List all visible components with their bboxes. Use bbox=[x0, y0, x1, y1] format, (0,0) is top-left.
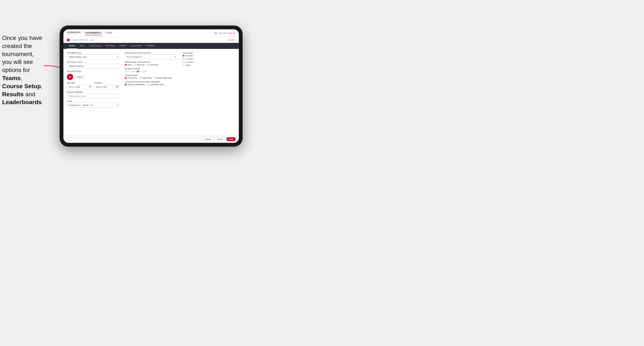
tab-details[interactable]: Details bbox=[67, 43, 78, 49]
gender-mens[interactable]: Mens bbox=[125, 64, 132, 66]
end-date-input[interactable] bbox=[94, 85, 120, 89]
division-select[interactable]: NCAA Division III bbox=[125, 55, 178, 59]
venue-label: Venue bbox=[67, 100, 120, 102]
tournament-title: Clippd Invitational (Men) bbox=[71, 39, 94, 41]
start-label: Start date bbox=[67, 82, 92, 84]
rounds-label: Number of rounds bbox=[125, 68, 178, 70]
start-date-input[interactable] bbox=[67, 85, 92, 89]
rounds-4[interactable]: 4 bbox=[142, 70, 146, 72]
format-field-group: Format type 5 count 4 6 count 4 6 count … bbox=[182, 52, 236, 66]
gender-radio-group: Mens Womens Combined bbox=[125, 64, 178, 66]
start-calendar-icon: 📅 bbox=[89, 86, 91, 88]
annotation-bold2: Course Setup bbox=[2, 83, 41, 89]
individuals-only[interactable]: Individuals Only bbox=[147, 84, 164, 86]
gender-combined[interactable]: Combined bbox=[147, 64, 158, 66]
annotation-bold1: Teams bbox=[2, 75, 21, 81]
upload-button[interactable]: Upload bbox=[75, 75, 85, 79]
logo-sub: Powered by clippd bbox=[67, 33, 81, 35]
form-grid: Tournament Host Clippd College - Men Tou… bbox=[67, 52, 236, 108]
start-date-wrapper: 📅 bbox=[67, 85, 92, 89]
save-button[interactable]: Save bbox=[227, 137, 236, 141]
tab-results[interactable]: Results bbox=[118, 43, 128, 49]
name-input[interactable] bbox=[67, 64, 120, 68]
format-5count4[interactable]: 5 count 4 bbox=[182, 55, 236, 57]
nav-links: TOURNAMENTS TEAMS bbox=[85, 31, 214, 35]
annotation-bold4: Leaderboards bbox=[2, 99, 42, 105]
logo-upload-area: C Upload bbox=[67, 74, 120, 80]
tab-tee-groups[interactable]: Tee Groups bbox=[103, 43, 118, 49]
start-date-group: Start date 📅 bbox=[67, 82, 92, 89]
left-section: Tournament Host Clippd College - Men Tou… bbox=[67, 52, 120, 108]
end-date-group: End date 📅 bbox=[94, 82, 120, 89]
tab-teams[interactable]: Teams bbox=[78, 43, 88, 49]
teams-plus-individuals[interactable]: Teams (+Individuals) bbox=[125, 84, 145, 86]
signout-link[interactable]: Sign out bbox=[228, 32, 236, 34]
format-options: 5 count 4 6 count 4 6 count 5 Other bbox=[182, 55, 236, 66]
logo-label: Tournament logo bbox=[67, 70, 120, 72]
venue-select[interactable]: Peachtree GC - Atlanta - GA bbox=[67, 103, 120, 108]
end-calendar-icon: 📅 bbox=[116, 86, 118, 88]
host-label: Tournament Host bbox=[67, 52, 120, 54]
annotation-bold3: Results bbox=[2, 91, 24, 98]
host-field-group: Tournament Host Clippd College - Men bbox=[67, 52, 120, 59]
team-individual-field-group: Is this event for Teams and/or Individua… bbox=[125, 81, 178, 86]
tab-bar: Details Teams Course Setup Tee Groups Re… bbox=[64, 43, 239, 49]
tab-course-setup[interactable]: Course Setup bbox=[87, 43, 103, 49]
scoring-label: Scoring system bbox=[125, 74, 178, 76]
format-label: Format type bbox=[182, 52, 236, 54]
annotation-block: Once you have created the tournament, yo… bbox=[0, 34, 49, 106]
annotation-line4: you will see bbox=[2, 59, 33, 65]
main-content: Tournament Host Clippd College - Men Tou… bbox=[64, 49, 239, 135]
rounds-field-group: Number of rounds 1 2 3 bbox=[125, 68, 178, 72]
tab-leaderboards[interactable]: Leaderboards bbox=[128, 43, 144, 49]
venue-field-group: Venue Peachtree GC - Atlanta - GA bbox=[67, 100, 120, 108]
annotation-line2: created the bbox=[2, 43, 32, 49]
gender-womens[interactable]: Womens bbox=[134, 64, 144, 66]
tab-printables[interactable]: Printables bbox=[144, 43, 157, 49]
sponsor-label: Sponsor (optional) bbox=[67, 91, 120, 93]
end-date-wrapper: 📅 bbox=[94, 85, 120, 89]
sponsor-input[interactable] bbox=[67, 94, 120, 98]
division-field-group: Which division is the event for? NCAA Di… bbox=[125, 52, 178, 59]
name-label: Tournament name bbox=[67, 61, 120, 63]
rounds-radio-group: 1 2 3 4 bbox=[125, 70, 178, 72]
scoring-field-group: Scoring system Stroke Play Match Play Me… bbox=[125, 74, 178, 79]
host-select[interactable]: Clippd College - Men bbox=[67, 55, 120, 59]
cancel-top-button[interactable]: Cancel X bbox=[228, 39, 236, 41]
right-section: Format type 5 count 4 6 count 4 6 count … bbox=[182, 52, 236, 108]
gender-field-group: Which gender is the event for? Mens Wome… bbox=[125, 61, 178, 66]
user-avatar: U bbox=[214, 31, 218, 35]
middle-section: Which division is the event for? NCAA Di… bbox=[125, 52, 178, 108]
annotation-line1: Once you have bbox=[2, 35, 42, 41]
top-nav: SCOREBOARD Powered by clippd TOURNAMENTS… bbox=[64, 29, 239, 37]
division-label: Which division is the event for? bbox=[125, 52, 178, 54]
rounds-3[interactable]: 3 bbox=[137, 70, 140, 72]
annotation-line5: options for bbox=[2, 67, 30, 73]
scoring-match[interactable]: Match Play bbox=[140, 77, 152, 79]
delete-button[interactable]: Delete bbox=[203, 137, 214, 141]
nav-tournaments[interactable]: TOURNAMENTS bbox=[85, 31, 102, 35]
user-label: Test User | bbox=[218, 32, 228, 34]
tablet-frame: SCOREBOARD Powered by clippd TOURNAMENTS… bbox=[60, 25, 242, 147]
sub-nav: C Clippd Invitational (Men) Cancel X bbox=[64, 37, 239, 43]
name-field-group: Tournament name bbox=[67, 61, 120, 68]
date-row: Start date 📅 End date 📅 bbox=[67, 82, 120, 89]
team-individual-label: Is this event for Teams and/or Individua… bbox=[125, 81, 178, 83]
rounds-2[interactable]: 2 bbox=[131, 70, 134, 72]
cancel-button[interactable]: Cancel bbox=[215, 137, 226, 141]
end-label: End date bbox=[94, 82, 120, 84]
format-6count5[interactable]: 6 count 5 bbox=[182, 61, 236, 63]
rounds-1[interactable]: 1 bbox=[125, 70, 128, 72]
sponsor-field-group: Sponsor (optional) bbox=[67, 91, 120, 98]
nav-teams[interactable]: TEAMS bbox=[105, 31, 112, 35]
team-individual-radio-group: Teams (+Individuals) Individuals Only bbox=[125, 84, 178, 86]
scoring-medal-match[interactable]: Medal Match Play bbox=[154, 77, 172, 79]
format-6count4[interactable]: 6 count 4 bbox=[182, 58, 236, 60]
tablet-screen: SCOREBOARD Powered by clippd TOURNAMENTS… bbox=[64, 29, 239, 143]
logo-preview: C bbox=[67, 74, 73, 80]
gender-label: Which gender is the event for? bbox=[125, 61, 178, 63]
scoring-stroke[interactable]: Stroke Play bbox=[125, 77, 137, 79]
nav-user: U Test User | Sign out bbox=[214, 31, 236, 35]
scoring-radio-group: Stroke Play Match Play Medal Match Play bbox=[125, 77, 178, 79]
format-other[interactable]: Other bbox=[182, 64, 236, 66]
